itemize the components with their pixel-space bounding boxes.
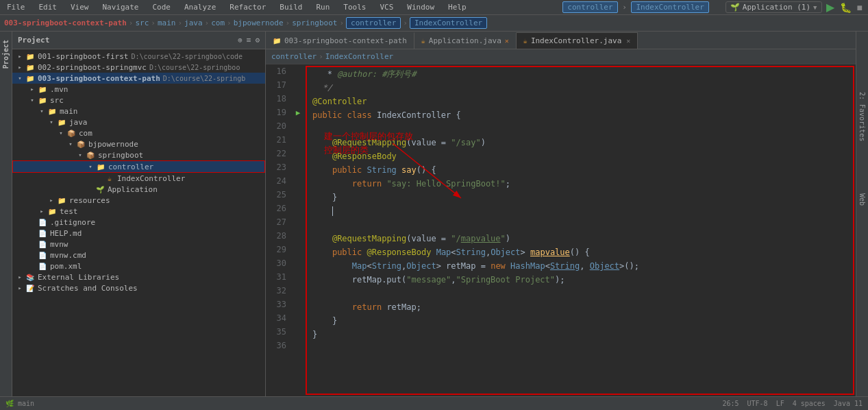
menu-tools[interactable]: Tools	[340, 3, 369, 12]
tree-item-bjpowernode[interactable]: ▾ 📦 bjpowernode	[12, 138, 265, 149]
tree-label-mvnw: mvnw	[50, 240, 69, 249]
tree-item-helpmd[interactable]: 📄 HELP.md	[12, 228, 265, 239]
bc-controller[interactable]: controller	[562, 1, 617, 13]
folder-icon-002: 📁	[25, 62, 36, 72]
code-line-21: @RequestMapping(value = "/say")	[312, 136, 847, 149]
menu-build[interactable]: Build	[277, 3, 305, 12]
menu-window[interactable]: Window	[404, 3, 437, 12]
tree-label-scratches: Scratches and Consoles	[38, 284, 138, 293]
add-icon[interactable]: ⊕	[238, 36, 243, 45]
code-line-29: public @ResponseBody Map<String,Object> …	[312, 245, 847, 259]
project-name[interactable]: 003-springboot-context-path	[4, 19, 127, 27]
code-line-33: return retMap;	[312, 300, 847, 314]
tree-label-002: 002-springboot-springmvc	[38, 63, 147, 72]
menu-code[interactable]: Code	[149, 3, 173, 12]
tree-item-application[interactable]: 🌱 Application	[12, 184, 265, 195]
status-position: 26:5	[722, 400, 739, 407]
menu-navigate[interactable]: Navigate	[100, 3, 142, 12]
menu-file[interactable]: File	[4, 3, 28, 12]
folder-icon-main: 📁	[47, 106, 58, 116]
tree-item-src[interactable]: ▾ 📁 src	[12, 95, 265, 106]
stop-button[interactable]: ■	[856, 1, 864, 14]
code-editor[interactable]: 16 17 18 19 20 21 22 23 24 25 26 27 28 2…	[266, 64, 856, 396]
tree-item-indexcontroller[interactable]: ☕ IndexController	[12, 173, 265, 184]
folder-icon-001: 📁	[25, 51, 36, 61]
favorites-tab[interactable]: 2: Favorites	[857, 86, 867, 147]
bc-controller-item[interactable]: controller	[271, 52, 317, 61]
tab-application[interactable]: ☕ Application.java ✕	[414, 32, 517, 49]
panel-tools[interactable]: ⊕ ≡ ⚙	[238, 36, 260, 45]
code-line-18: @Controller	[312, 95, 847, 108]
run-gutter-icon[interactable]: ▶	[296, 108, 301, 117]
web-tab[interactable]: Web	[857, 188, 867, 211]
tree-label-pomxml: pom.xml	[50, 262, 82, 271]
code-line-23: public String say() {	[312, 163, 847, 177]
tree-label-test: test	[60, 207, 78, 216]
right-sidebar: 2: Favorites Web	[856, 32, 868, 396]
tree-item-scratches[interactable]: ▸ 📝 Scratches and Consoles	[12, 282, 265, 293]
path-indexcontroller[interactable]: IndexController	[410, 17, 487, 29]
menu-view[interactable]: View	[68, 3, 92, 12]
tree-item-pomxml[interactable]: 📄 pom.xml	[12, 261, 265, 272]
project-tab[interactable]: Project	[1, 34, 11, 74]
bc-indexcontroller[interactable]: IndexController	[631, 1, 708, 13]
menu-refactor[interactable]: Refactor	[227, 3, 269, 12]
path-bjpowernode[interactable]: bjpowernode	[234, 19, 284, 27]
tab-idx-icon: ☕	[523, 37, 528, 45]
tree-item-springboot[interactable]: ▾ 📦 springboot	[12, 149, 265, 160]
run-button[interactable]: ▶	[825, 0, 836, 15]
tab-indexcontroller[interactable]: ☕ IndexController.java ✕	[517, 32, 638, 49]
tree-item-003[interactable]: ▾ 📁 003-springboot-context-path D:\cours…	[12, 73, 265, 84]
tree-item-test[interactable]: ▸ 📁 test	[12, 206, 265, 217]
tree-label-springboot: springboot	[98, 151, 143, 160]
code-line-34: }	[312, 314, 847, 328]
path-controller[interactable]: controller	[346, 17, 401, 29]
file-icon-mvnw: 📄	[37, 239, 48, 249]
code-content[interactable]: * @author: #序列号# */ @Controller public c…	[306, 66, 854, 395]
tree-label-com: com	[79, 129, 92, 138]
project-panel: Project ⊕ ≡ ⚙ ▸ 📁 001-springboot-first D…	[12, 32, 266, 396]
top-path-bar: 003-springboot-context-path › src › main…	[0, 15, 868, 32]
settings-icon[interactable]: ⚙	[255, 36, 260, 45]
menu-help[interactable]: Help	[445, 3, 469, 12]
tree-item-ext-libs[interactable]: ▸ 📚 External Libraries	[12, 272, 265, 282]
menu-bar: File Edit View Navigate Code Analyze Ref…	[0, 0, 868, 15]
tree-item-001[interactable]: ▸ 📁 001-springboot-first D:\course\22-sp…	[12, 51, 265, 62]
path-src[interactable]: src	[135, 19, 149, 27]
menu-vcs[interactable]: VCS	[377, 3, 396, 12]
panel-header: Project ⊕ ≡ ⚙	[12, 32, 265, 49]
spring-run-icon: 🌱	[730, 3, 740, 12]
tree-item-com[interactable]: ▾ 📦 com	[12, 128, 265, 138]
tab-app-icon: ☕	[421, 37, 425, 45]
tab-project[interactable]: 📁 003-springboot-context-path	[266, 32, 414, 49]
file-tree: ▸ 📁 001-springboot-first D:\course\22-sp…	[12, 49, 265, 396]
layout-icon[interactable]: ≡	[247, 36, 251, 45]
tree-item-mvn[interactable]: ▸ 📁 .mvn	[12, 84, 265, 95]
status-bar: 🌿 main 26:5 UTF-8 LF 4 spaces Java 11	[0, 396, 868, 410]
tree-item-mvnwcmd[interactable]: 📄 mvnw.cmd	[12, 250, 265, 261]
bc-indexcontroller-item[interactable]: IndexController	[325, 52, 393, 61]
debug-button[interactable]: 🐛	[839, 1, 853, 14]
run-config-selector[interactable]: 🌱 Application (1) ▼	[726, 1, 822, 13]
menu-edit[interactable]: Edit	[36, 3, 60, 12]
panel-title: Project	[18, 36, 49, 45]
tree-item-main[interactable]: ▾ 📁 main	[12, 106, 265, 117]
tab-idx-close[interactable]: ✕	[626, 37, 630, 45]
path-java[interactable]: java	[184, 19, 203, 27]
tree-item-java[interactable]: ▾ 📁 java	[12, 117, 265, 128]
lib-icon: 📚	[25, 272, 36, 282]
path-springboot[interactable]: springboot	[292, 19, 337, 27]
tree-item-controller[interactable]: ▾ 📁 controller	[12, 160, 265, 173]
tree-item-mvnw[interactable]: 📄 mvnw	[12, 239, 265, 250]
tree-item-002[interactable]: ▸ 📁 002-springboot-springmvc D:\course\2…	[12, 62, 265, 73]
path-com[interactable]: com	[211, 19, 225, 27]
path-main[interactable]: main	[158, 19, 176, 27]
scratch-icon: 📝	[25, 283, 36, 293]
tree-item-resources[interactable]: ▸ 📁 resources	[12, 195, 265, 206]
tab-app-label: Application.java	[429, 36, 501, 45]
tree-item-gitignore[interactable]: 📄 .gitignore	[12, 217, 265, 228]
package-icon-bj: 📦	[75, 139, 86, 149]
tree-label-java: java	[69, 118, 88, 127]
menu-run[interactable]: Run	[313, 3, 332, 12]
menu-analyze[interactable]: Analyze	[182, 3, 219, 12]
